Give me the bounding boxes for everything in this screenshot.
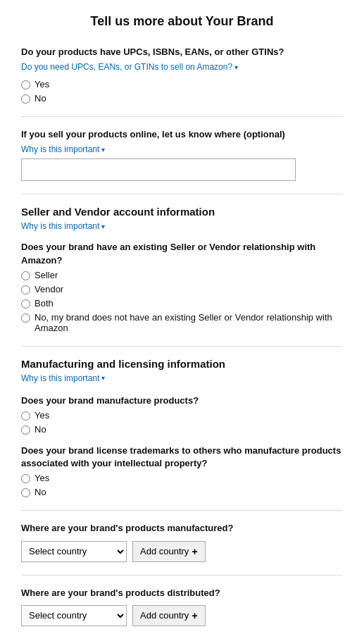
gtins-link-text: Do you need UPCs, EANs, or GTINs to sell…: [21, 62, 232, 72]
gtins-link[interactable]: Do you need UPCs, EANs, or GTINs to sell…: [21, 62, 238, 72]
license-radio-yes[interactable]: [21, 474, 30, 483]
manufactured-add-country-button[interactable]: Add country +: [132, 541, 206, 562]
seller-label-both: Both: [34, 298, 54, 309]
manufacturing-heading: Manufacturing and licensing information: [21, 358, 343, 370]
gtins-radio-yes[interactable]: [21, 80, 30, 89]
seller-radio-seller[interactable]: [21, 271, 30, 280]
divider-3: [21, 346, 343, 347]
manufactured-country-select[interactable]: Select country: [21, 541, 127, 562]
divider-4: [21, 510, 343, 511]
manufacture-option-no[interactable]: No: [21, 424, 343, 435]
license-radio-no[interactable]: [21, 488, 30, 497]
manufactured-add-country-label: Add country: [140, 546, 189, 557]
distributed-countries-section: Where are your brand's products distribu…: [21, 587, 343, 626]
manufactured-question: Where are your brand's products manufact…: [21, 522, 343, 535]
online-sales-input[interactable]: [21, 158, 296, 181]
online-sales-section: If you sell your products online, let us…: [21, 128, 343, 181]
seller-vendor-section: Seller and Vendor account information Wh…: [21, 206, 343, 332]
manufacturing-arrow: ▾: [101, 374, 105, 382]
manufacturing-section: Manufacturing and licensing information …: [21, 358, 343, 498]
seller-vendor-link[interactable]: Why is this important ▾: [21, 221, 105, 231]
divider-1: [21, 116, 343, 117]
manufacture-radio-group: Yes No: [21, 410, 343, 435]
manufacture-label-no: No: [34, 424, 46, 435]
seller-vendor-arrow: ▾: [101, 223, 105, 230]
license-option-no[interactable]: No: [21, 487, 343, 497]
distributed-plus-icon: +: [192, 610, 197, 621]
manufacture-label-yes: Yes: [34, 410, 49, 421]
license-radio-group: Yes No: [21, 473, 343, 497]
seller-option-vendor[interactable]: Vendor: [21, 284, 343, 294]
gtins-radio-group: Yes No: [21, 79, 343, 104]
license-label-yes: Yes: [34, 473, 49, 483]
gtins-option-no[interactable]: No: [21, 93, 343, 104]
license-label-no: No: [34, 487, 46, 497]
seller-option-none[interactable]: No, my brand does not have an existing S…: [21, 312, 343, 333]
gtins-section: Do your products have UPCs, ISBNs, EANs,…: [21, 46, 343, 104]
online-sales-link-text: Why is this important: [21, 144, 99, 154]
seller-label-vendor: Vendor: [34, 284, 63, 294]
seller-option-both[interactable]: Both: [21, 298, 343, 309]
license-option-yes[interactable]: Yes: [21, 473, 343, 483]
distributed-country-select[interactable]: Select country: [21, 605, 127, 626]
manufactured-country-row: Select country Add country +: [21, 541, 343, 562]
manufacture-option-yes[interactable]: Yes: [21, 410, 343, 421]
seller-vendor-question: Does your brand have an existing Seller …: [21, 241, 343, 266]
gtins-label-no: No: [34, 93, 46, 104]
manufacture-question: Does your brand manufacture products?: [21, 394, 343, 407]
distributed-question: Where are your brand's products distribu…: [21, 587, 343, 599]
gtins-link-arrow: ▾: [234, 63, 238, 71]
seller-radio-both[interactable]: [21, 299, 30, 309]
seller-radio-none[interactable]: [21, 313, 30, 323]
divider-2: [21, 194, 343, 194]
seller-label-seller: Seller: [34, 270, 58, 280]
manufactured-plus-icon: +: [192, 546, 197, 557]
gtins-radio-no[interactable]: [21, 94, 30, 104]
online-sales-question: If you sell your products online, let us…: [21, 128, 343, 141]
online-sales-link[interactable]: Why is this important ▾: [21, 144, 105, 154]
manufacturing-link[interactable]: Why is this important ▾: [21, 373, 105, 383]
manufacture-radio-yes[interactable]: [21, 411, 30, 421]
distributed-add-country-button[interactable]: Add country +: [132, 605, 206, 626]
manufacturing-link-text: Why is this important: [21, 373, 99, 383]
seller-option-seller[interactable]: Seller: [21, 270, 343, 280]
online-sales-arrow: ▾: [101, 146, 105, 154]
page-title: Tell us more about Your Brand: [21, 14, 343, 29]
divider-5: [21, 575, 343, 576]
seller-radio-vendor[interactable]: [21, 285, 30, 294]
gtins-label-yes: Yes: [34, 79, 49, 89]
seller-label-none: No, my brand does not have an existing S…: [34, 312, 343, 333]
distributed-add-country-label: Add country: [140, 610, 189, 621]
manufacture-radio-no[interactable]: [21, 425, 30, 435]
gtins-question: Do your products have UPCs, ISBNs, EANs,…: [21, 46, 343, 58]
manufactured-countries-section: Where are your brand's products manufact…: [21, 522, 343, 561]
gtins-option-yes[interactable]: Yes: [21, 79, 343, 89]
seller-vendor-link-text: Why is this important: [21, 221, 99, 231]
distributed-country-row: Select country Add country +: [21, 605, 343, 626]
seller-vendor-radio-group: Seller Vendor Both No, my brand does not…: [21, 270, 343, 333]
license-question: Does your brand license trademarks to ot…: [21, 445, 343, 470]
seller-vendor-heading: Seller and Vendor account information: [21, 206, 343, 218]
